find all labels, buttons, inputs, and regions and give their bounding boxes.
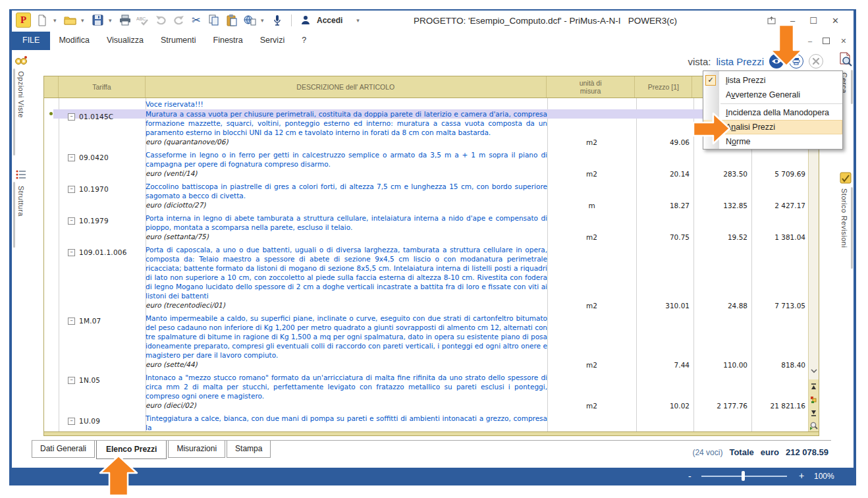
search-doc-icon[interactable] xyxy=(839,53,852,66)
tariffa-cell[interactable]: −1M.07 xyxy=(59,314,146,369)
child-restore-icon[interactable] xyxy=(823,38,830,44)
menu-servizi[interactable]: Servizi xyxy=(252,32,294,50)
table-row[interactable]: −10.1970Zoccolino battiscopa in piastrel… xyxy=(44,182,809,209)
dock-window-icon[interactable] xyxy=(767,16,776,26)
save-dropdown-icon[interactable]: ▾ xyxy=(109,17,114,24)
view-menu-item[interactable]: Analisi Prezzi xyxy=(703,120,842,134)
view-menu-item[interactable]: Incidenza della Manodopera xyxy=(703,105,842,120)
microphone-icon[interactable] xyxy=(271,14,284,27)
view-selector-eye-icon[interactable] xyxy=(769,54,784,69)
collapse-icon[interactable]: − xyxy=(68,154,75,161)
table-row[interactable]: −1N.05Intonaco a "mezzo stucco romano" f… xyxy=(44,373,809,410)
view-tools-icon[interactable] xyxy=(809,54,823,69)
tab-elenco-prezzi[interactable]: Elenco Prezzi xyxy=(96,441,167,459)
tariffa-cell[interactable]: −109.01.1.006 xyxy=(59,245,146,310)
save-icon[interactable] xyxy=(91,14,104,27)
menu-strumenti[interactable]: Strumenti xyxy=(152,32,205,50)
header-prezzo[interactable]: Prezzo [1] xyxy=(635,76,692,97)
table-row[interactable]: −1M.07Manto impermeabile a caldo, su sup… xyxy=(44,314,809,369)
table-row[interactable]: −09.0420Casseforme in legno o in ferro p… xyxy=(44,150,809,178)
new-document-dropdown-icon[interactable]: ▾ xyxy=(53,17,59,24)
table-row[interactable]: −01.0145CMuratura a cassa vuota per chiu… xyxy=(44,109,809,146)
prezzo-cell: 7.44 xyxy=(636,314,693,369)
tariffa-code: 109.01.1.006 xyxy=(79,248,127,256)
menu-modifica[interactable]: Modifica xyxy=(50,32,98,50)
web-dropdown-icon[interactable]: ▾ xyxy=(261,17,266,24)
menu-visualizza[interactable]: Visualizza xyxy=(98,32,152,50)
tariffa-cell[interactable]: −01.0145C xyxy=(59,109,146,146)
open-dropdown-icon[interactable]: ▾ xyxy=(81,17,86,24)
child-minimize-icon[interactable]: – xyxy=(808,36,812,45)
descrizione-cell[interactable]: Muratura a cassa vuota per chiusure peri… xyxy=(146,109,547,146)
descrizione-cell[interactable]: Porta interna in legno di abete tamburat… xyxy=(146,213,547,241)
undo-icon[interactable] xyxy=(154,14,167,27)
collapse-icon[interactable]: − xyxy=(68,186,75,193)
tariffa-cell[interactable]: −1N.05 xyxy=(59,373,146,410)
sidebar-tab-storico-revisioni[interactable]: Storico Revisioni xyxy=(840,188,848,248)
collapse-icon[interactable]: − xyxy=(68,249,75,256)
collapse-icon[interactable]: − xyxy=(68,113,75,121)
menu-finestra[interactable]: Finestra xyxy=(205,32,252,50)
zoom-out-button[interactable]: - xyxy=(688,471,692,482)
tab-dati-generali[interactable]: Dati Generali xyxy=(32,441,95,458)
sidebar-tab-opzioni-viste[interactable]: Opzioni Viste xyxy=(17,71,25,118)
collapse-icon[interactable]: − xyxy=(68,217,75,225)
child-close-icon[interactable]: ✕ xyxy=(840,36,846,45)
table-row[interactable]: Voce riservata!!! xyxy=(44,99,809,109)
maximize-icon[interactable]: ☐ xyxy=(809,16,817,26)
descrizione-cell[interactable]: Porta di caposcala, a uno o due battenti… xyxy=(146,245,547,310)
importo-cell: 818.40 xyxy=(751,314,809,369)
web-services-icon[interactable] xyxy=(243,14,256,27)
header-tariffa[interactable]: Tariffa xyxy=(59,76,146,97)
tariffa-cell[interactable]: −10.1970 xyxy=(59,182,146,209)
table-row[interactable]: −109.01.1.006Porta di caposcala, a uno o… xyxy=(44,245,809,310)
tariffa-cell[interactable]: −09.0420 xyxy=(59,150,146,178)
spellcheck-icon[interactable]: ABC xyxy=(136,14,149,27)
tariffa-cell[interactable]: −10.1979 xyxy=(59,213,146,241)
redo-icon[interactable] xyxy=(172,14,185,27)
quantita-cell xyxy=(693,414,751,432)
descrizione-cell[interactable]: Intonaco a "mezzo stucco romano" formato… xyxy=(146,373,547,410)
view-menu-item[interactable]: Norme xyxy=(703,134,842,149)
paste-icon[interactable] xyxy=(225,14,238,27)
table-row[interactable]: −1U.09Tinteggiatura a calce, bianca, con… xyxy=(44,414,809,432)
row-marker-cell xyxy=(44,373,59,410)
descrizione-cell[interactable]: Casseforme in legno o in ferro per getti… xyxy=(146,150,547,178)
cut-icon[interactable]: ✂ xyxy=(190,14,203,27)
sidebar-tab-struttura[interactable]: Struttura xyxy=(17,186,25,217)
view-menu-item[interactable]: ✓lista Prezzi xyxy=(703,73,842,88)
copy-icon[interactable] xyxy=(207,14,221,27)
tab-stampa[interactable]: Stampa xyxy=(227,441,271,458)
collapse-icon[interactable]: − xyxy=(68,377,75,384)
revision-history-icon[interactable] xyxy=(839,171,852,184)
row-color-tool-icon[interactable] xyxy=(809,395,819,405)
print-icon[interactable] xyxy=(119,14,132,27)
descrizione-cell[interactable]: Manto impermeabile a caldo, su superfici… xyxy=(146,314,547,369)
minimize-icon[interactable]: – xyxy=(790,16,795,26)
header-unita-misura[interactable]: unità dimisura xyxy=(547,76,636,97)
descrizione-cell[interactable]: Voce riservata!!! xyxy=(146,99,547,109)
menu-?[interactable]: ? xyxy=(293,32,315,50)
unita-misura-cell: m2 xyxy=(547,373,636,410)
report-view-icon[interactable] xyxy=(789,54,803,69)
descrizione-cell[interactable]: Zoccolino battiscopa in piastrelle di gr… xyxy=(146,182,547,209)
table-row[interactable]: −10.1979Porta interna in legno di abete … xyxy=(44,213,809,241)
go-first-row-icon[interactable] xyxy=(809,381,819,392)
collapse-icon[interactable]: − xyxy=(68,418,75,425)
zoom-in-button[interactable]: + xyxy=(799,470,804,481)
tab-misurazioni[interactable]: Misurazioni xyxy=(168,441,225,458)
header-descrizione[interactable]: DESCRIZIONE dell' ARTICOLO xyxy=(146,76,547,97)
go-last-row-icon[interactable] xyxy=(809,408,819,418)
scroll-down-icon[interactable] xyxy=(809,366,819,376)
open-folder-icon[interactable] xyxy=(63,14,76,27)
tariffa-cell[interactable] xyxy=(59,99,146,109)
new-document-icon[interactable] xyxy=(36,14,49,27)
collapse-icon[interactable]: − xyxy=(68,318,75,325)
tariffa-cell[interactable]: −1U.09 xyxy=(59,414,146,432)
view-menu-item[interactable]: Avvertenze Generali xyxy=(703,88,842,102)
menu-file[interactable]: FILE xyxy=(12,32,50,50)
descrizione-cell[interactable]: Tinteggiatura a calce, bianca, con due m… xyxy=(146,414,547,432)
zoom-slider-thumb[interactable] xyxy=(742,471,745,481)
zoom-tool-icon[interactable] xyxy=(809,421,819,431)
close-icon[interactable]: ✕ xyxy=(832,16,839,26)
